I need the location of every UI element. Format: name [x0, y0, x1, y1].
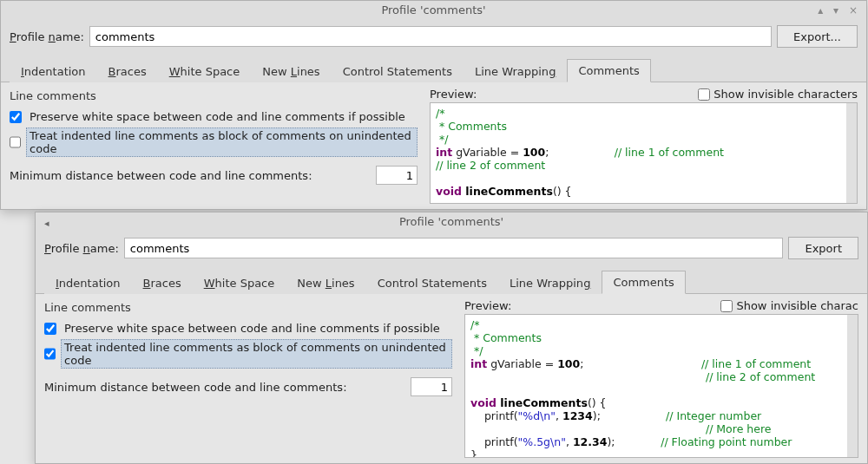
- chk-show-invisible[interactable]: [720, 300, 733, 312]
- window-title: Profile 'comments': [381, 3, 485, 16]
- preview-label: Preview:: [464, 299, 511, 312]
- export-button[interactable]: Export: [788, 237, 858, 259]
- preview-label: Preview:: [430, 88, 477, 101]
- min-distance-label: Minimum distance between code and line c…: [10, 169, 376, 182]
- tab-wrapping[interactable]: Line Wrapping: [464, 60, 567, 82]
- chk-treat-indented[interactable]: [44, 348, 56, 360]
- chk-show-invisible-label: Show invisible charac: [736, 299, 858, 312]
- tab-indentation[interactable]: Indentation: [44, 271, 132, 294]
- chk-treat-indented-label: Treat indented line comments as block of…: [26, 127, 418, 157]
- tab-whitespace[interactable]: White Space: [158, 60, 252, 82]
- chk-preserve-whitespace-label: Preserve white space between code and li…: [27, 109, 408, 124]
- export-button[interactable]: Export...: [777, 25, 858, 48]
- chk-preserve-whitespace[interactable]: [44, 323, 56, 335]
- scrollbar-vertical[interactable]: [847, 315, 858, 457]
- line-comments-group: Line comments Preserve white space betwe…: [36, 294, 461, 463]
- code-preview[interactable]: /* * Comments */ int gVariable = 100; //…: [464, 314, 858, 458]
- profile-name-input[interactable]: [89, 26, 772, 47]
- tab-newlines[interactable]: New Lines: [286, 271, 365, 294]
- min-distance-input[interactable]: [376, 166, 418, 185]
- group-title: Line comments: [10, 89, 418, 102]
- code-preview[interactable]: /* * Comments */ int gVariable = 100; //…: [430, 102, 858, 204]
- min-distance-input[interactable]: [411, 377, 452, 396]
- tab-newlines[interactable]: New Lines: [251, 60, 331, 82]
- dialog-profile-top: Profile 'comments' ▴ ▾ × Profile name: E…: [0, 0, 867, 210]
- tab-bar: Indentation Braces White Space New Lines…: [36, 265, 867, 294]
- profile-name-label: Profile name:: [10, 30, 84, 43]
- titlebar[interactable]: ◂ Profile 'comments': [36, 212, 867, 232]
- tab-bar: Indentation Braces White Space New Lines…: [1, 53, 866, 82]
- tab-braces[interactable]: Braces: [132, 271, 193, 294]
- line-comments-group: Line comments Preserve white space betwe…: [1, 82, 426, 209]
- profile-name-label: Profile name:: [44, 242, 119, 255]
- tab-control[interactable]: Control Statements: [332, 60, 464, 82]
- dialog-profile-bottom: ◂ Profile 'comments' Profile name: Expor…: [35, 212, 868, 464]
- chk-preserve-whitespace[interactable]: [10, 111, 22, 123]
- window-title: Profile 'comments': [399, 215, 503, 228]
- group-title: Line comments: [44, 301, 452, 314]
- tab-control[interactable]: Control Statements: [366, 271, 498, 294]
- chk-treat-indented[interactable]: [10, 136, 21, 148]
- titlebar[interactable]: Profile 'comments' ▴ ▾ ×: [1, 1, 866, 20]
- tab-comments[interactable]: Comments: [602, 271, 685, 294]
- window-controls[interactable]: ▴ ▾ ×: [818, 1, 861, 20]
- min-distance-label: Minimum distance between code and line c…: [44, 381, 411, 394]
- chk-preserve-whitespace-label: Preserve white space between code and li…: [62, 321, 443, 336]
- tab-braces[interactable]: Braces: [97, 60, 158, 82]
- scrollbar-vertical[interactable]: [846, 103, 857, 203]
- chk-treat-indented-label: Treat indented line comments as block of…: [61, 339, 452, 369]
- tab-comments[interactable]: Comments: [567, 59, 650, 82]
- tab-whitespace[interactable]: White Space: [193, 271, 286, 294]
- chevron-left-icon[interactable]: ◂: [44, 214, 49, 233]
- chk-show-invisible-label: Show invisible characters: [713, 88, 858, 101]
- tab-indentation[interactable]: Indentation: [10, 60, 97, 82]
- tab-wrapping[interactable]: Line Wrapping: [498, 271, 602, 294]
- chk-show-invisible[interactable]: [698, 88, 710, 101]
- profile-name-input[interactable]: [124, 238, 784, 258]
